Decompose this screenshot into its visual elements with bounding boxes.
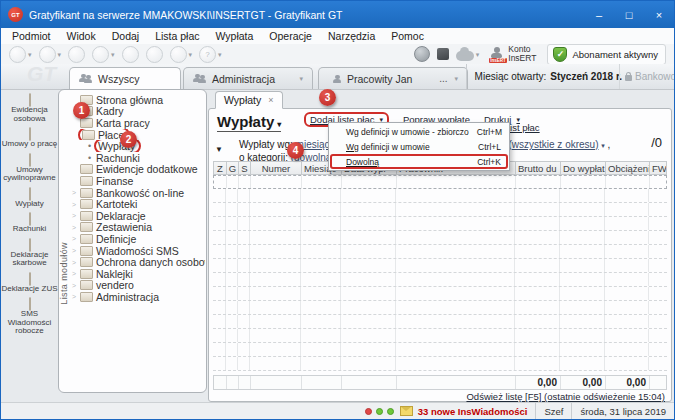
tab-close-icon[interactable]: ×: [268, 95, 273, 105]
tree-item-administracja[interactable]: >Administracja: [71, 291, 205, 303]
chevron-right-icon[interactable]: >: [71, 293, 77, 300]
tree-item-label: Deklaracje: [96, 210, 146, 222]
menu-narzedzia[interactable]: Narzędzia: [320, 30, 383, 42]
refresh-list-link[interactable]: Odśwież listę [F5] (ostatnie odświeżenie…: [466, 391, 665, 402]
globe-icon[interactable]: [414, 46, 430, 62]
tree-item-kadry[interactable]: Kadry: [71, 106, 205, 118]
tab-administracja[interactable]: Administracja ▾: [183, 67, 313, 89]
cube-icon[interactable]: [437, 48, 449, 60]
tree-item-finanse[interactable]: Finanse: [71, 175, 205, 187]
tree-item-rachunki[interactable]: •Rachunki: [71, 152, 205, 164]
page-title[interactable]: Wypłaty ▾: [217, 113, 281, 132]
chevron-right-icon[interactable]: >: [71, 212, 77, 219]
menu-item-wg-definicji-zbiorczo[interactable]: Wg definicji w umowie - zbiorczo Ctrl+M: [330, 124, 508, 139]
column-header-g[interactable]: G: [227, 162, 239, 174]
column-header-numer[interactable]: Numer: [251, 162, 302, 174]
table-row: [213, 189, 667, 203]
chevron-right-icon[interactable]: >: [71, 224, 77, 231]
column-header-do-wyplaty[interactable]: Do wypłat: [561, 162, 606, 174]
menu-dodaj[interactable]: Dodaj: [104, 30, 147, 42]
abonament-button[interactable]: ✓ Abonament aktywny: [547, 44, 666, 65]
tree-item-wiadomosci-sms[interactable]: >Wiadomości SMS: [71, 245, 205, 257]
module-ewidencja-osobowa[interactable]: Ewidencja osobowa: [1, 94, 58, 123]
correct-button[interactable]: [122, 46, 139, 63]
modules-button[interactable]: ▾: [170, 46, 193, 63]
tree-item-wyplaty[interactable]: •Wypłaty: [71, 140, 205, 152]
tab-more-button[interactable]: ...: [439, 73, 447, 84]
module-wyplaty[interactable]: Wypłaty: [1, 188, 58, 209]
column-header-z[interactable]: Z: [214, 162, 227, 174]
tab-wszyscy[interactable]: Wszyscy: [69, 67, 181, 89]
table-cell: [341, 245, 396, 258]
tree-item-icon: [80, 118, 93, 128]
open-company-button[interactable]: ▾: [9, 46, 32, 63]
menu-item-wg-definicji[interactable]: Wg definicji w umowie Ctrl+L: [330, 139, 508, 154]
column-header-s[interactable]: S: [239, 162, 251, 174]
tree-item-karta-pracy[interactable]: Karta pracy: [71, 117, 205, 129]
column-header-fw[interactable]: FW: [650, 162, 666, 174]
table-cell: [301, 259, 341, 272]
menu-widok[interactable]: Widok: [59, 30, 104, 42]
cloud-button[interactable]: ▾: [456, 48, 480, 61]
konto-insert-label: KontoInsERT: [508, 45, 536, 63]
tree-item-zestawienia[interactable]: >Zestawienia: [71, 222, 205, 234]
table-cell: [605, 259, 649, 272]
tree-item-ewidencje-dodatkowe[interactable]: Ewidencje dodatkowe: [71, 164, 205, 176]
help-button[interactable]: ?▾: [199, 46, 222, 63]
menu-item-dowolna[interactable]: Dowolną Ctrl+K: [330, 154, 508, 169]
menu-operacje[interactable]: Operacje: [261, 30, 320, 42]
tree-item-kartoteki[interactable]: >Kartoteki: [71, 198, 205, 210]
payroll-button[interactable]: ▾: [92, 46, 115, 63]
module-sms[interactable]: SMS Wiadomości robocze: [1, 298, 58, 336]
table-cell: [301, 301, 341, 314]
messages-link[interactable]: 33 nowe InsWiadomości: [418, 406, 528, 417]
table-cell: [560, 259, 605, 272]
tab-wyplaty-view[interactable]: Wypłaty ×: [215, 91, 283, 109]
konto-insert-button[interactable]: InsERT KontoInsERT: [486, 44, 540, 64]
chevron-right-icon[interactable]: >: [71, 201, 77, 208]
table-cell: [301, 329, 341, 342]
menu-pomoc[interactable]: Pomoc: [383, 30, 432, 42]
tree-item-naklejki[interactable]: >Naklejki: [71, 268, 205, 280]
gt-watermark: GT: [27, 64, 56, 86]
tab-pracowity-jan[interactable]: Pracowity Jan ... ▾: [318, 67, 468, 89]
caret-down-icon[interactable]: ▾: [299, 75, 303, 82]
caret-down-icon[interactable]: ▾: [454, 75, 458, 82]
tree-item-definicje[interactable]: >Definicje: [71, 233, 205, 245]
chevron-right-icon[interactable]: >: [71, 259, 77, 266]
new-document-button[interactable]: ▾: [39, 46, 62, 63]
column-header-brutto[interactable]: Brutto du: [516, 162, 561, 174]
context-bar: GT Wszyscy Administracja ▾ Pracowity Jan…: [1, 64, 674, 90]
module-rachunki[interactable]: Rachunki: [1, 213, 58, 234]
menu-lista-plac[interactable]: Lista płac: [147, 30, 207, 42]
chevron-right-icon[interactable]: >: [71, 189, 77, 196]
tree-item-strona-glowna[interactable]: Strona główna: [71, 94, 205, 106]
tree-item-place[interactable]: Płace: [71, 129, 205, 141]
table-cell: [649, 231, 667, 244]
module-umowy-cywilnoprawne[interactable]: Umowy cywilnoprawne: [1, 154, 58, 183]
tree-item-bankowosc[interactable]: >Bankowość on-line: [71, 187, 205, 199]
table-cell: [213, 203, 226, 216]
tree-item-vendero[interactable]: >vendero: [71, 280, 205, 292]
chevron-right-icon[interactable]: >: [71, 270, 77, 277]
module-deklaracje-zus[interactable]: Deklaracje ZUS: [1, 273, 58, 294]
chevron-right-icon[interactable]: >: [71, 282, 77, 289]
table-cell: [605, 301, 649, 314]
chevron-right-icon[interactable]: >: [71, 247, 77, 254]
filter-list-link[interactable]: (wszystkie z okresu): [508, 139, 598, 150]
filter-toggle-icon[interactable]: ▼: [215, 145, 223, 154]
column-header-obciazenia[interactable]: Obciążeni: [606, 162, 650, 174]
menu-wyplata[interactable]: Wypłata: [208, 30, 262, 42]
maximize-button[interactable]: □: [614, 1, 644, 28]
menu-podmiot[interactable]: Podmiot: [4, 30, 59, 42]
table-cell: [301, 273, 341, 286]
chevron-right-icon[interactable]: >: [71, 235, 77, 242]
module-umowy-o-prace[interactable]: Umowy o pracę: [1, 128, 58, 149]
employees-button[interactable]: [68, 46, 85, 63]
close-button[interactable]: ×: [644, 1, 674, 28]
tree-item-deklaracje[interactable]: >Deklaracje: [71, 210, 205, 222]
tree-item-ochrona-danych[interactable]: >Ochrona danych osobowych: [71, 256, 205, 268]
delete-button[interactable]: [146, 46, 163, 63]
minimize-button[interactable]: –: [584, 1, 614, 28]
module-deklaracje-skarbowe[interactable]: Deklaracje skarbowe: [1, 239, 58, 268]
